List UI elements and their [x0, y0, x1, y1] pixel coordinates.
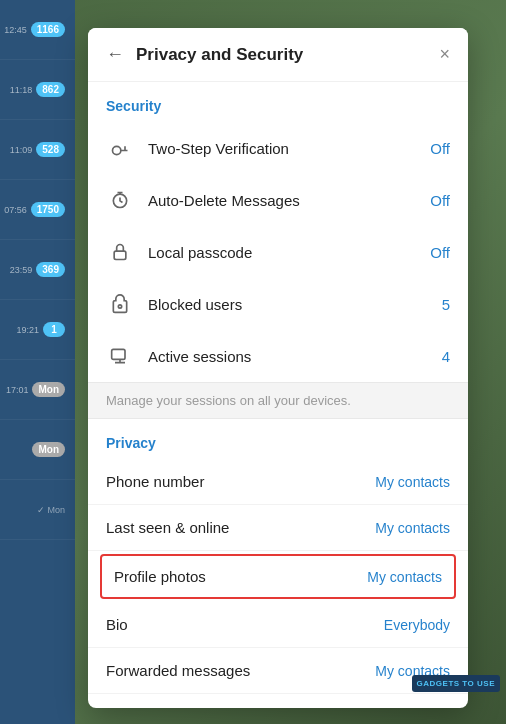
sidebar-item-9: ✓ Mon — [0, 480, 75, 540]
privacy-section-label: Privacy — [88, 419, 468, 459]
active-sessions-item[interactable]: Active sessions 4 — [88, 330, 468, 382]
bio-value: Everybody — [384, 617, 450, 633]
privacy-security-modal: ← Privacy and Security × Security Two-St… — [88, 28, 468, 708]
bio-item[interactable]: Bio Everybody — [88, 602, 468, 648]
blocked-users-value: 5 — [442, 296, 450, 313]
sidebar-item-2: 11:18 862 — [0, 60, 75, 120]
local-passcode-item[interactable]: Local passcode Off — [88, 226, 468, 278]
last-seen-value: My contacts — [375, 520, 450, 536]
profile-photos-value: My contacts — [367, 569, 442, 585]
local-passcode-label: Local passcode — [148, 244, 430, 261]
phone-number-label: Phone number — [106, 473, 375, 490]
sessions-note: Manage your sessions on all your devices… — [88, 382, 468, 419]
last-seen-item[interactable]: Last seen & online My contacts — [88, 505, 468, 551]
sidebar-item-7: 17:01 Mon — [0, 360, 75, 420]
local-passcode-value: Off — [430, 244, 450, 261]
svg-rect-2 — [114, 251, 126, 259]
bio-label: Bio — [106, 616, 384, 633]
active-sessions-label: Active sessions — [148, 348, 442, 365]
timer-icon — [106, 186, 134, 214]
sidebar: 12:45 1166 11:18 862 11:09 528 07:56 175… — [0, 0, 75, 724]
lock-icon — [106, 238, 134, 266]
two-step-value: Off — [430, 140, 450, 157]
close-button[interactable]: × — [439, 44, 450, 65]
modal-header: ← Privacy and Security × — [88, 28, 468, 82]
profile-photos-label: Profile photos — [114, 568, 367, 585]
sidebar-item-3: 11:09 528 — [0, 120, 75, 180]
calls-item[interactable]: Calls My contacts — [88, 694, 468, 708]
auto-delete-label: Auto-Delete Messages — [148, 192, 430, 209]
back-icon: ← — [106, 44, 124, 65]
profile-photos-wrapper: Profile photos My contacts — [88, 551, 468, 602]
auto-delete-value: Off — [430, 192, 450, 209]
phone-number-value: My contacts — [375, 474, 450, 490]
back-button[interactable]: ← — [106, 44, 124, 65]
svg-point-0 — [113, 146, 121, 154]
last-seen-label: Last seen & online — [106, 519, 375, 536]
watermark: GADGETS TO USE — [412, 675, 500, 692]
sidebar-item-4: 07:56 1750 — [0, 180, 75, 240]
forwarded-messages-label: Forwarded messages — [106, 662, 375, 679]
active-sessions-value: 4 — [442, 348, 450, 365]
two-step-verification-item[interactable]: Two-Step Verification Off — [88, 122, 468, 174]
key-icon — [106, 134, 134, 162]
profile-photos-item[interactable]: Profile photos My contacts — [100, 554, 456, 599]
sidebar-item-1: 12:45 1166 — [0, 0, 75, 60]
auto-delete-item[interactable]: Auto-Delete Messages Off — [88, 174, 468, 226]
blocked-icon — [106, 290, 134, 318]
modal-body: Security Two-Step Verification Off — [88, 82, 468, 708]
sidebar-item-5: 23:59 369 — [0, 240, 75, 300]
svg-rect-3 — [112, 349, 125, 359]
close-icon: × — [439, 44, 450, 65]
security-section-label: Security — [88, 82, 468, 122]
phone-number-item[interactable]: Phone number My contacts — [88, 459, 468, 505]
blocked-users-label: Blocked users — [148, 296, 442, 313]
two-step-label: Two-Step Verification — [148, 140, 430, 157]
sessions-icon — [106, 342, 134, 370]
sidebar-item-6: 19:21 1 — [0, 300, 75, 360]
sidebar-item-8: Mon — [0, 420, 75, 480]
modal-title: Privacy and Security — [136, 45, 439, 65]
blocked-users-item[interactable]: Blocked users 5 — [88, 278, 468, 330]
